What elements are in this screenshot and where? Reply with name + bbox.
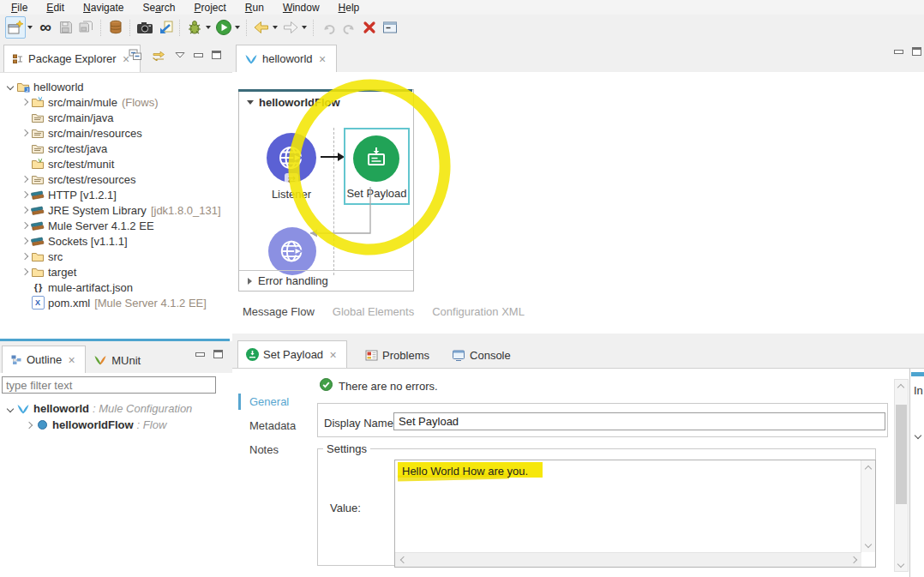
run-dropdown-caret[interactable] (235, 26, 240, 29)
undo-button[interactable] (319, 17, 338, 38)
tab-munit[interactable]: MUnit (86, 347, 148, 373)
set-payload-node[interactable] (353, 135, 399, 182)
forward-button[interactable] (281, 17, 300, 38)
chevron-right-icon[interactable] (18, 173, 31, 186)
tab-global-elements[interactable]: Global Elements (333, 305, 414, 318)
chevron-down-icon[interactable] (3, 81, 16, 93)
tab-package-explorer[interactable]: Package Explorer (3, 45, 141, 72)
chevron-right-icon[interactable] (22, 418, 35, 431)
scroll-down-icon[interactable] (896, 560, 906, 570)
chevron-right-icon[interactable] (18, 189, 31, 201)
tree-item-src-test-java[interactable]: src/test/java (0, 141, 232, 156)
minimize-icon[interactable] (195, 352, 205, 357)
textarea-horizontal-scrollbar[interactable] (395, 552, 861, 567)
chevron-right-icon[interactable] (18, 204, 31, 217)
back-dropdown-caret[interactable] (273, 26, 278, 29)
textarea-vertical-scrollbar[interactable] (861, 460, 875, 552)
menu-project[interactable]: Project (184, 1, 235, 15)
tree-item-mule-artifact-json[interactable]: mule-artifact.json (0, 279, 232, 295)
save-button[interactable] (57, 17, 75, 38)
outline-item-helloworld[interactable]: helloworld : Mule Configuration (0, 400, 232, 417)
tab-message-flow[interactable]: Message Flow (243, 305, 315, 318)
menu-navigate[interactable]: Navigate (74, 1, 133, 15)
scroll-down-icon[interactable] (863, 540, 873, 550)
new-wizard-button[interactable] (5, 16, 26, 39)
tree-item-pom-xml[interactable]: pom.xml [Mule Server 4.1.2 EE] (0, 295, 232, 310)
tree-item-sockets-lib[interactable]: Sockets [v1.1.1] (0, 233, 232, 249)
close-icon[interactable] (327, 350, 339, 360)
maximize-icon[interactable] (912, 47, 921, 56)
set-payload-selection-box[interactable]: Set Payload (344, 128, 410, 205)
debug-button[interactable] (185, 17, 204, 38)
panel-vertical-scrollbar[interactable] (894, 379, 909, 572)
scrollbar-thumb[interactable] (896, 405, 907, 504)
close-icon[interactable] (317, 54, 328, 64)
open-console-button[interactable] (381, 17, 399, 38)
tree-item-src[interactable]: src (0, 249, 232, 264)
link-with-editor-icon[interactable] (151, 50, 166, 61)
chevron-right-icon[interactable] (18, 266, 31, 279)
maximize-icon[interactable] (212, 51, 221, 59)
tree-item-src-test-munit[interactable]: src/test/munit (0, 156, 232, 171)
tab-console[interactable]: Console (444, 342, 519, 368)
collapse-all-icon[interactable] (129, 49, 142, 61)
menu-edit[interactable]: Edit (37, 1, 74, 15)
display-name-input[interactable] (393, 412, 885, 430)
scroll-right-icon[interactable] (849, 555, 860, 565)
view-menu-icon[interactable] (175, 51, 185, 58)
tab-helloworld-editor[interactable]: helloworld (236, 45, 337, 72)
minimize-icon[interactable] (894, 50, 903, 54)
scroll-left-icon[interactable] (397, 555, 407, 565)
nav-notes[interactable]: Notes (249, 443, 279, 456)
tree-item-src-main-resources[interactable]: src/main/resources (0, 125, 232, 141)
menu-window[interactable]: Window (273, 1, 329, 15)
flow-title-row[interactable]: helloworldFlow (239, 90, 413, 109)
chevron-down-icon[interactable] (3, 402, 16, 415)
menu-run[interactable]: Run (236, 1, 273, 15)
chevron-right-icon[interactable] (18, 127, 31, 140)
deploy-artifact-button[interactable] (106, 17, 125, 38)
scroll-up-icon[interactable] (863, 462, 873, 472)
debug-dropdown-caret[interactable] (206, 26, 211, 29)
menu-search[interactable]: Search (133, 1, 184, 15)
redo-button[interactable] (339, 17, 358, 38)
flow-container[interactable]: helloworldFlow Listener (238, 89, 414, 292)
nav-metadata[interactable]: Metadata (249, 419, 296, 432)
tab-configuration-xml[interactable]: Configuration XML (432, 305, 525, 318)
back-button[interactable] (252, 17, 271, 38)
close-icon[interactable] (66, 355, 77, 365)
outline-item-helloworldflow[interactable]: helloworldFlow : Flow (0, 417, 232, 433)
tree-item-http-lib[interactable]: HTTP [v1.2.1] (0, 187, 232, 202)
scroll-up-icon[interactable] (896, 381, 906, 391)
flow-canvas[interactable]: helloworldFlow Listener (232, 72, 924, 334)
tree-item-mule-server-lib[interactable]: Mule Server 4.1.2 EE (0, 218, 232, 233)
nav-general[interactable]: General (249, 395, 289, 408)
tree-item-jre-lib[interactable]: JRE System Library [jdk1.8.0_131] (0, 202, 232, 218)
chevron-down-icon[interactable] (911, 429, 924, 442)
forward-dropdown-caret[interactable] (302, 26, 307, 29)
tab-outline[interactable]: Outline (2, 346, 86, 373)
save-all-button[interactable] (77, 17, 96, 38)
tree-item-src-main-java[interactable]: src/main/java (0, 110, 232, 125)
anypoint-exchange-button[interactable]: ∞ (36, 17, 55, 38)
tab-problems[interactable]: Problems (357, 342, 437, 368)
menu-help[interactable]: Help (329, 1, 369, 15)
new-dropdown-caret[interactable] (27, 26, 33, 29)
chevron-right-icon[interactable] (18, 250, 31, 263)
value-textarea[interactable]: Hello World How are you. (394, 460, 876, 568)
chevron-right-icon[interactable] (18, 235, 31, 248)
chevron-right-icon[interactable] (18, 96, 31, 109)
terminate-button[interactable] (360, 17, 379, 38)
chevron-right-icon[interactable] (18, 219, 31, 232)
tab-set-payload-properties[interactable]: Set Payload (237, 340, 347, 368)
run-button[interactable] (214, 17, 233, 38)
import-flow-button[interactable] (156, 17, 175, 38)
tree-item-target[interactable]: target (0, 264, 232, 279)
tree-item-src-test-resources[interactable]: src/test/resources (0, 171, 232, 187)
expand-triangle-icon[interactable] (248, 278, 252, 285)
screenshot-button[interactable] (135, 17, 154, 38)
filter-input[interactable] (2, 376, 216, 394)
tree-item-src-main-mule[interactable]: src/main/mule (Flows) (0, 94, 232, 110)
error-handling-section[interactable]: Error handling (239, 270, 413, 291)
collapse-triangle-icon[interactable] (247, 100, 254, 105)
